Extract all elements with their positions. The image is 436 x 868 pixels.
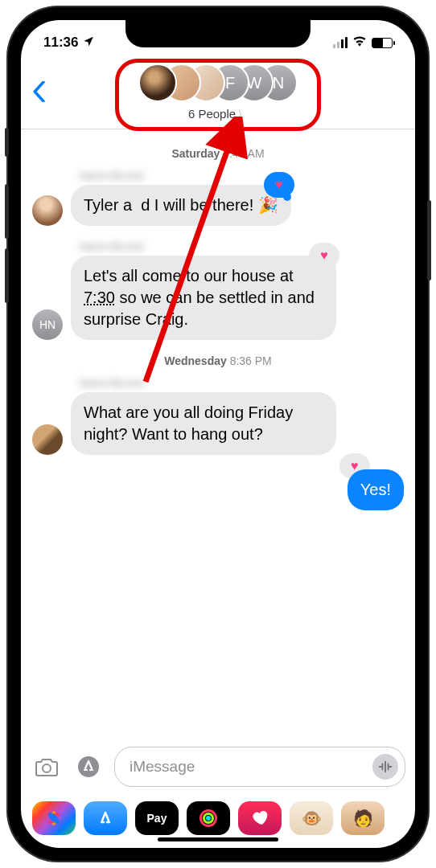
phone-frame: 11:36 xyxy=(8,7,428,861)
svg-point-2 xyxy=(78,756,99,777)
volume-up xyxy=(5,184,9,239)
message-row-1: ♥ Tyler and I will be there! 🎉 xyxy=(32,185,404,226)
message-bubble-3[interactable]: What are you all doing Friday night? Wan… xyxy=(71,392,336,455)
status-time: 11:36 xyxy=(43,35,78,51)
app-animoji[interactable]: 🐵 xyxy=(290,801,333,835)
sender-avatar-2[interactable]: HN xyxy=(32,309,63,340)
app-apple-pay[interactable]: Pay xyxy=(135,801,179,835)
home-indicator[interactable] xyxy=(158,837,278,841)
wifi-icon xyxy=(352,35,367,50)
notch xyxy=(125,20,311,47)
group-title[interactable]: 6 People〉 xyxy=(32,107,404,122)
audio-message-button[interactable] xyxy=(372,754,398,780)
back-button[interactable] xyxy=(32,81,45,106)
power-button xyxy=(427,200,431,280)
conversation-header: F W N 6 People〉 xyxy=(21,59,415,129)
group-avatars[interactable]: F W N xyxy=(32,63,404,102)
tapback-love-1[interactable]: ♥ xyxy=(264,172,294,198)
mute-switch xyxy=(5,128,9,157)
app-activity[interactable] xyxy=(187,801,230,835)
timestamp-2: Wednesday 8:36 PM xyxy=(32,354,404,367)
avatar-1 xyxy=(138,63,177,102)
compose-bar: iMessage xyxy=(21,739,415,795)
message-row-3: What are you all doing Friday night? Wan… xyxy=(32,392,404,455)
app-memoji[interactable]: 🧑 xyxy=(341,801,385,835)
message-list[interactable]: Saturday 7:43 AM Name Blurred ♥ Tyler an… xyxy=(21,129,415,739)
app-digital-touch[interactable] xyxy=(238,801,282,835)
sender-avatar-1[interactable] xyxy=(32,195,63,226)
sender-name-3: Name Blurred xyxy=(79,377,404,389)
camera-button[interactable] xyxy=(31,751,63,783)
message-placeholder: iMessage xyxy=(130,758,195,776)
app-store-button[interactable] xyxy=(72,751,105,783)
chevron-right-icon: 〉 xyxy=(237,108,248,121)
screen: 11:36 xyxy=(21,20,415,848)
tapback-love-2[interactable]: ♥ xyxy=(309,243,339,268)
battery-icon xyxy=(372,38,393,48)
sender-avatar-3[interactable] xyxy=(32,424,63,455)
timestamp-1: Saturday 7:43 AM xyxy=(32,147,404,160)
message-bubble-2[interactable]: ♥ Let's all come to our house at 7:30 so… xyxy=(71,256,336,340)
message-input[interactable]: iMessage xyxy=(114,747,405,787)
location-icon xyxy=(83,35,94,51)
svg-point-1 xyxy=(43,764,51,772)
message-bubble-1[interactable]: ♥ Tyler and I will be there! 🎉 xyxy=(71,185,291,226)
app-photos[interactable] xyxy=(32,801,76,835)
message-row-4: ♥ Yes! xyxy=(32,469,404,510)
message-bubble-4[interactable]: Yes! xyxy=(348,469,404,510)
app-store[interactable] xyxy=(84,801,127,835)
volume-down xyxy=(5,248,9,303)
group-count-label: 6 People xyxy=(188,107,236,121)
sender-name-2: Name Blurred xyxy=(79,240,404,252)
message-row-2: HN ♥ Let's all come to our house at 7:30… xyxy=(32,256,404,340)
sender-name-1: Name Blurred xyxy=(79,170,404,182)
cellular-icon xyxy=(333,37,348,48)
